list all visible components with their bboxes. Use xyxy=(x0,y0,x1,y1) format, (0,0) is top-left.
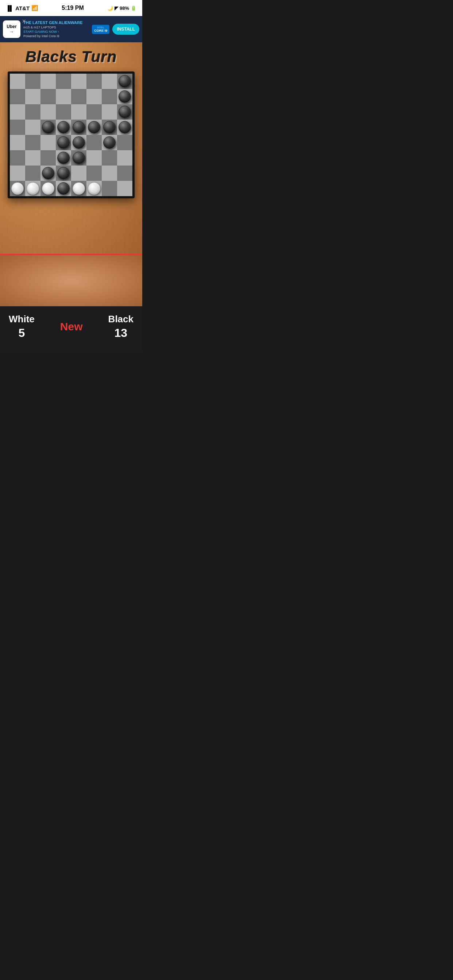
checkers-board[interactable] xyxy=(8,72,135,198)
cell-2-7[interactable] xyxy=(117,104,132,119)
cell-5-7[interactable] xyxy=(117,150,132,165)
cell-3-5[interactable] xyxy=(86,119,102,135)
piece-black-2-7[interactable] xyxy=(118,106,131,118)
cell-0-2[interactable] xyxy=(40,74,56,89)
status-left: ▐▌ AT&T 📶 xyxy=(6,5,38,11)
cell-1-6[interactable] xyxy=(102,89,117,104)
piece-black-3-5[interactable] xyxy=(88,121,100,134)
cell-7-0[interactable] xyxy=(10,181,25,196)
cell-0-5[interactable] xyxy=(86,74,102,89)
piece-black-4-3[interactable] xyxy=(57,136,70,149)
cell-7-1[interactable] xyxy=(25,181,40,196)
cell-0-3[interactable] xyxy=(56,74,71,89)
cell-2-1[interactable] xyxy=(25,104,40,119)
cell-2-3[interactable] xyxy=(56,104,71,119)
ad-banner[interactable]: Uber → ✕ THE LATEST GEN ALIENWARE m15 & … xyxy=(0,16,142,42)
board-grid[interactable] xyxy=(10,74,132,196)
cell-0-0[interactable] xyxy=(10,74,25,89)
piece-black-4-6[interactable] xyxy=(103,136,116,149)
white-score: 5 xyxy=(18,326,25,340)
piece-white-7-5[interactable] xyxy=(88,182,100,195)
cell-3-6[interactable] xyxy=(102,119,117,135)
cell-6-6[interactable] xyxy=(102,165,117,181)
score-bar: White 5 New Black 13 xyxy=(0,306,142,351)
battery-icon: 🔋 xyxy=(131,5,136,11)
piece-black-3-3[interactable] xyxy=(57,121,70,134)
cell-4-6[interactable] xyxy=(102,135,117,150)
cell-7-7[interactable] xyxy=(117,181,132,196)
install-button[interactable]: INSTALL xyxy=(112,24,139,35)
piece-black-3-6[interactable] xyxy=(103,121,116,134)
cell-4-5[interactable] xyxy=(86,135,102,150)
piece-white-7-2[interactable] xyxy=(42,182,54,195)
cell-5-6[interactable] xyxy=(102,150,117,165)
cell-0-4[interactable] xyxy=(71,74,86,89)
cell-1-0[interactable] xyxy=(10,89,25,104)
piece-black-3-4[interactable] xyxy=(73,121,85,134)
cell-3-3[interactable] xyxy=(56,119,71,135)
cell-7-5[interactable] xyxy=(86,181,102,196)
cell-6-2[interactable] xyxy=(40,165,56,181)
piece-black-5-4[interactable] xyxy=(73,152,85,164)
piece-white-7-4[interactable] xyxy=(73,182,85,195)
piece-white-7-1[interactable] xyxy=(27,182,39,195)
intel-badge: INTEL CORE i9 xyxy=(92,25,109,34)
cell-3-2[interactable] xyxy=(40,119,56,135)
piece-black-0-7[interactable] xyxy=(118,75,131,88)
cell-4-0[interactable] xyxy=(10,135,25,150)
piece-black-3-7[interactable] xyxy=(118,121,131,134)
piece-black-7-3[interactable] xyxy=(57,182,70,195)
cell-2-5[interactable] xyxy=(86,104,102,119)
cell-6-1[interactable] xyxy=(25,165,40,181)
piece-black-3-2[interactable] xyxy=(42,121,54,134)
cell-5-0[interactable] xyxy=(10,150,25,165)
cell-5-4[interactable] xyxy=(71,150,86,165)
cell-5-2[interactable] xyxy=(40,150,56,165)
cell-3-7[interactable] xyxy=(117,119,132,135)
cell-1-1[interactable] xyxy=(25,89,40,104)
cell-3-0[interactable] xyxy=(10,119,25,135)
cell-3-4[interactable] xyxy=(71,119,86,135)
cell-3-1[interactable] xyxy=(25,119,40,135)
cell-1-5[interactable] xyxy=(86,89,102,104)
cell-0-1[interactable] xyxy=(25,74,40,89)
cell-4-1[interactable] xyxy=(25,135,40,150)
cell-6-0[interactable] xyxy=(10,165,25,181)
cell-6-5[interactable] xyxy=(86,165,102,181)
cell-1-2[interactable] xyxy=(40,89,56,104)
piece-black-4-4[interactable] xyxy=(73,136,85,149)
cell-0-7[interactable] xyxy=(117,74,132,89)
cell-2-6[interactable] xyxy=(102,104,117,119)
cell-4-4[interactable] xyxy=(71,135,86,150)
location-icon: ◤ xyxy=(115,5,118,11)
cell-2-4[interactable] xyxy=(71,104,86,119)
new-game-button[interactable]: New xyxy=(60,320,83,333)
cell-7-2[interactable] xyxy=(40,181,56,196)
cell-5-1[interactable] xyxy=(25,150,40,165)
cell-2-0[interactable] xyxy=(10,104,25,119)
cell-7-6[interactable] xyxy=(102,181,117,196)
cell-6-3[interactable] xyxy=(56,165,71,181)
cell-0-6[interactable] xyxy=(102,74,117,89)
cell-7-3[interactable] xyxy=(56,181,71,196)
piece-black-6-2[interactable] xyxy=(42,167,54,180)
piece-black-6-3[interactable] xyxy=(57,167,70,180)
cell-4-7[interactable] xyxy=(117,135,132,150)
cell-1-7[interactable] xyxy=(117,89,132,104)
cell-4-2[interactable] xyxy=(40,135,56,150)
ad-close-button[interactable]: ✕ xyxy=(22,18,26,24)
cell-1-3[interactable] xyxy=(56,89,71,104)
piece-black-5-3[interactable] xyxy=(57,152,70,164)
game-area: Blacks Turn xyxy=(0,42,142,254)
cell-5-3[interactable] xyxy=(56,150,71,165)
cell-7-4[interactable] xyxy=(71,181,86,196)
cell-5-5[interactable] xyxy=(86,150,102,165)
cell-4-3[interactable] xyxy=(56,135,71,150)
piece-white-7-0[interactable] xyxy=(11,182,24,195)
cell-1-4[interactable] xyxy=(71,89,86,104)
time-display: 5:19 PM xyxy=(62,5,83,11)
cell-6-4[interactable] xyxy=(71,165,86,181)
cell-2-2[interactable] xyxy=(40,104,56,119)
piece-black-1-7[interactable] xyxy=(118,91,131,103)
cell-6-7[interactable] xyxy=(117,165,132,181)
